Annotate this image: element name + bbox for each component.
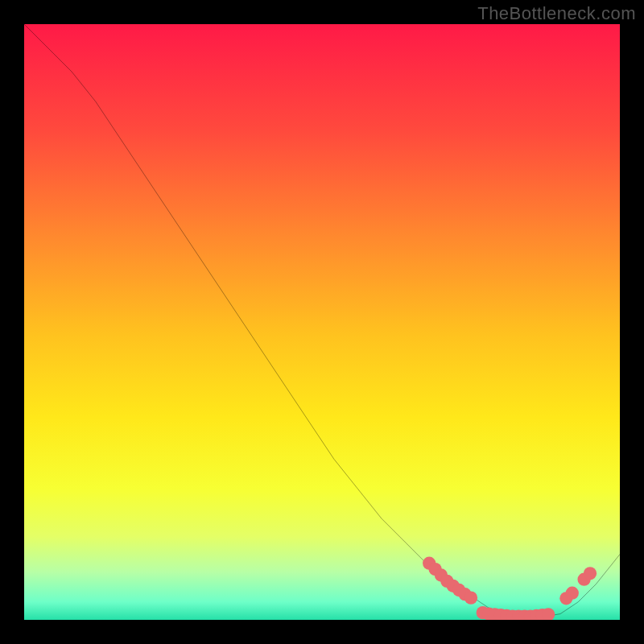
plot-area (24, 24, 620, 620)
bottleneck-curve (24, 24, 620, 617)
curve-layer (24, 24, 620, 620)
data-marker (584, 567, 597, 580)
watermark-text: TheBottleneck.com (477, 3, 636, 24)
chart-frame: TheBottleneck.com (0, 0, 644, 644)
data-marker (464, 591, 477, 604)
data-markers (423, 557, 597, 620)
data-marker (566, 587, 579, 600)
